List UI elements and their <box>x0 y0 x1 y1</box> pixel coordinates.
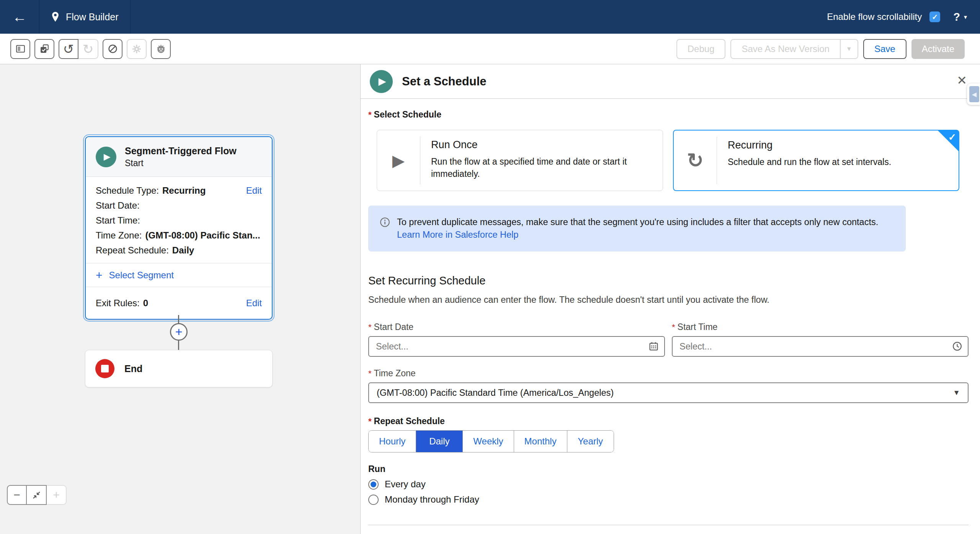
help-menu-button[interactable]: ? ▾ <box>953 11 967 23</box>
date-time-fields: * Start Date * Start T <box>368 322 969 357</box>
dropdown-caret-icon: ▼ <box>846 46 852 52</box>
time-zone-label: Time Zone: <box>96 228 142 243</box>
repeat-schedule-value: Daily <box>172 243 194 258</box>
segment-hourly[interactable]: Hourly <box>369 431 416 452</box>
run-field: Run Every day Monday through Friday <box>368 464 969 505</box>
close-panel-button[interactable]: ✕ <box>957 74 967 87</box>
panel-body: * Select Schedule ▶ Run Once Run the flo… <box>361 99 980 534</box>
view-errors-button[interactable] <box>103 39 122 59</box>
start-time-row: Start Time: <box>96 213 262 228</box>
flow-settings-button[interactable] <box>127 39 147 59</box>
end-stop-icon <box>95 359 114 378</box>
flow-gremlin-button[interactable] <box>151 39 171 59</box>
back-arrow-icon: ← <box>12 9 27 25</box>
run-once-description: Run the flow at a specified time and dat… <box>431 155 645 180</box>
save-as-new-version-split: Save As New Version ▼ <box>730 39 858 59</box>
repeat-schedule-field: * Repeat Schedule Hourly Daily Weekly Mo… <box>368 416 969 452</box>
segment-daily[interactable]: Daily <box>416 431 462 452</box>
save-button[interactable]: Save <box>863 39 906 59</box>
required-asterisk: * <box>672 322 675 332</box>
select-elements-button[interactable] <box>34 39 54 59</box>
location-pin-icon <box>51 11 60 23</box>
undo-icon: ↺ <box>63 41 74 57</box>
activate-label: Activate <box>922 44 954 54</box>
activate-button[interactable]: Activate <box>911 39 965 59</box>
exit-rules-label: Exit Rules: <box>96 298 140 309</box>
start-node[interactable]: ▶ Segment-Triggered Flow Start Schedule … <box>85 136 273 320</box>
start-date-label: Start Date: <box>96 198 140 213</box>
segment-monthly[interactable]: Monthly <box>514 431 567 452</box>
gear-icon <box>131 44 142 54</box>
debug-label: Debug <box>688 44 715 54</box>
flow-builder-app: ← Flow Builder Enable flow scrollability… <box>0 0 980 534</box>
info-icon <box>380 217 390 241</box>
recurring-section-heading: Set Recurring Schedule <box>368 274 969 287</box>
start-date-input[interactable] <box>368 336 665 357</box>
selected-check-icon: ✓ <box>948 132 956 143</box>
required-asterisk: * <box>368 369 372 379</box>
schedule-type-row: Schedule Type: Recurring Edit <box>96 183 262 198</box>
time-zone-value: (GMT-08:00) Pacific Stan... <box>145 228 260 243</box>
add-element-button[interactable]: + <box>170 323 188 341</box>
redo-button[interactable]: ↻ <box>78 39 98 59</box>
schedule-play-icon: ▶ <box>370 70 393 93</box>
schedule-option-cards: ▶ Run Once Run the flow at a specified t… <box>377 130 969 191</box>
flow-canvas[interactable]: ▶ Segment-Triggered Flow Start Schedule … <box>0 64 361 534</box>
start-node-title: Segment-Triggered Flow <box>125 145 237 157</box>
debug-button[interactable]: Debug <box>676 39 726 59</box>
info-banner-text: To prevent duplicate messages, make sure… <box>397 217 878 227</box>
section-divider <box>368 525 969 525</box>
run-once-title: Run Once <box>431 138 645 152</box>
required-asterisk: * <box>368 416 372 426</box>
end-node[interactable]: End <box>85 350 273 387</box>
gremlin-icon <box>155 43 167 54</box>
time-zone-select[interactable]: (GMT-08:00) Pacific Standard Time (Ameri… <box>368 382 969 403</box>
segment-weekly[interactable]: Weekly <box>462 431 513 452</box>
radio-every-day[interactable]: Every day <box>368 479 969 490</box>
check-icon: ✓ <box>932 13 938 21</box>
radio-monday-friday[interactable]: Monday through Friday <box>368 494 969 505</box>
recurring-card[interactable]: ↻ Recurring Schedule and run the flow at… <box>673 130 959 191</box>
collapse-arrows-icon <box>32 490 41 500</box>
run-once-card[interactable]: ▶ Run Once Run the flow at a specified t… <box>377 130 663 191</box>
start-node-details: Schedule Type: Recurring Edit Start Date… <box>86 177 272 263</box>
panel-title: Set a Schedule <box>402 75 487 88</box>
learn-more-link[interactable]: Learn More in Salesforce Help <box>397 230 518 240</box>
start-time-input[interactable] <box>672 336 969 357</box>
time-zone-select-value: (GMT-08:00) Pacific Standard Time (Ameri… <box>377 388 614 398</box>
select-segment-row[interactable]: + Select Segment <box>86 263 272 287</box>
edit-schedule-link[interactable]: Edit <box>246 183 262 198</box>
fit-to-view-button[interactable] <box>27 485 47 505</box>
toggle-toolbox-button[interactable] <box>10 39 30 59</box>
save-as-new-version-button[interactable]: Save As New Version <box>730 39 840 59</box>
edit-exit-rules-link[interactable]: Edit <box>246 298 262 309</box>
schedule-panel: ▶ Set a Schedule ✕ ◀ * Select Schedule ▶ <box>361 64 980 534</box>
info-banner: To prevent duplicate messages, make sure… <box>368 206 906 251</box>
zoom-out-button[interactable]: − <box>7 485 27 505</box>
scrollability-checkbox[interactable]: ✓ <box>929 11 940 22</box>
segment-yearly[interactable]: Yearly <box>567 431 614 452</box>
back-button[interactable]: ← <box>0 0 39 34</box>
repeat-schedule-field-label-text: Repeat Schedule <box>374 416 445 426</box>
undo-button[interactable]: ↺ <box>59 39 78 59</box>
exit-rules-value: 0 <box>143 298 148 309</box>
canvas-zoom-controls: − + <box>7 485 67 505</box>
start-time-label: Start Time: <box>96 213 140 228</box>
select-segment-link[interactable]: Select Segment <box>109 270 174 281</box>
recurring-title: Recurring <box>728 138 891 152</box>
scrollability-label: Enable flow scrollability <box>827 11 922 22</box>
start-date-field-label-text: Start Date <box>374 322 414 332</box>
repeat-schedule-label: Repeat Schedule: <box>96 243 169 258</box>
header-right: Enable flow scrollability ✓ ? ▾ <box>827 11 980 23</box>
start-date-row: Start Date: <box>96 198 262 213</box>
start-time-field-label-text: Start Time <box>678 322 718 332</box>
start-time-field-label: * Start Time <box>672 322 969 332</box>
save-options-dropdown-button[interactable]: ▼ <box>841 39 858 59</box>
zoom-in-button[interactable]: + <box>47 485 67 505</box>
collapse-panel-tab[interactable]: ◀ <box>967 83 980 105</box>
app-title-block: Flow Builder <box>39 0 131 34</box>
help-icon: ? <box>953 11 960 23</box>
main-area: ▶ Segment-Triggered Flow Start Schedule … <box>0 64 980 534</box>
schedule-type-value: Recurring <box>162 183 206 198</box>
redo-icon: ↻ <box>83 41 94 57</box>
